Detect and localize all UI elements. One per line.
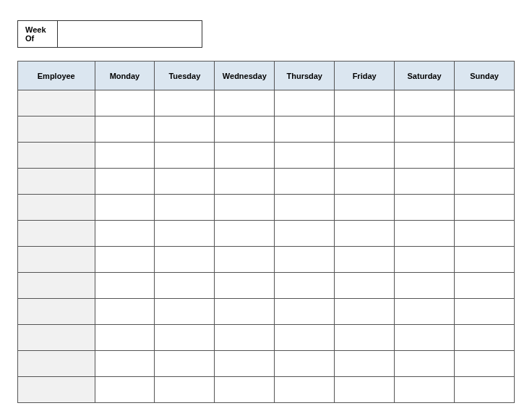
day-cell[interactable] [215,143,275,169]
day-cell[interactable] [215,221,275,247]
day-cell[interactable] [95,247,155,273]
day-cell[interactable] [275,273,335,299]
day-cell[interactable] [275,377,335,403]
employee-cell[interactable] [18,273,95,299]
day-cell[interactable] [275,351,335,377]
day-cell[interactable] [155,195,215,221]
day-cell[interactable] [335,299,395,325]
day-cell[interactable] [335,169,395,195]
day-cell[interactable] [95,325,155,351]
week-of-label: Week Of [17,20,58,48]
day-cell[interactable] [95,377,155,403]
day-cell[interactable] [335,273,395,299]
employee-cell[interactable] [18,247,95,273]
day-cell[interactable] [95,351,155,377]
header-employee: Employee [18,62,95,90]
day-cell[interactable] [455,143,515,169]
day-cell[interactable] [95,116,155,143]
day-cell[interactable] [215,299,275,325]
employee-cell[interactable] [18,143,95,169]
day-cell[interactable] [395,247,455,273]
day-cell[interactable] [455,195,515,221]
day-cell[interactable] [155,325,215,351]
employee-cell[interactable] [18,221,95,247]
day-cell[interactable] [455,90,515,116]
day-cell[interactable] [215,351,275,377]
day-cell[interactable] [335,377,395,403]
day-cell[interactable] [335,90,395,116]
day-cell[interactable] [335,116,395,143]
day-cell[interactable] [275,90,335,116]
employee-cell[interactable] [18,169,95,195]
day-cell[interactable] [155,90,215,116]
day-cell[interactable] [215,195,275,221]
day-cell[interactable] [155,169,215,195]
day-cell[interactable] [275,143,335,169]
day-cell[interactable] [155,299,215,325]
day-cell[interactable] [155,273,215,299]
day-cell[interactable] [455,169,515,195]
day-cell[interactable] [95,90,155,116]
day-cell[interactable] [455,273,515,299]
day-cell[interactable] [455,221,515,247]
day-cell[interactable] [455,325,515,351]
day-cell[interactable] [455,351,515,377]
day-cell[interactable] [275,116,335,143]
employee-cell[interactable] [18,116,95,143]
day-cell[interactable] [215,90,275,116]
day-cell[interactable] [335,247,395,273]
day-cell[interactable] [155,143,215,169]
day-cell[interactable] [215,273,275,299]
table-row [18,351,515,377]
day-cell[interactable] [395,169,455,195]
day-cell[interactable] [395,143,455,169]
day-cell[interactable] [155,247,215,273]
employee-cell[interactable] [18,351,95,377]
day-cell[interactable] [275,169,335,195]
day-cell[interactable] [335,143,395,169]
day-cell[interactable] [275,221,335,247]
day-cell[interactable] [155,116,215,143]
day-cell[interactable] [455,377,515,403]
week-of-input[interactable] [58,20,202,48]
day-cell[interactable] [395,299,455,325]
day-cell[interactable] [395,351,455,377]
employee-cell[interactable] [18,90,95,116]
day-cell[interactable] [395,90,455,116]
day-cell[interactable] [155,351,215,377]
day-cell[interactable] [155,221,215,247]
day-cell[interactable] [335,325,395,351]
day-cell[interactable] [215,116,275,143]
day-cell[interactable] [95,221,155,247]
day-cell[interactable] [155,377,215,403]
day-cell[interactable] [215,377,275,403]
day-cell[interactable] [335,195,395,221]
day-cell[interactable] [95,143,155,169]
day-cell[interactable] [95,299,155,325]
day-cell[interactable] [395,377,455,403]
employee-cell[interactable] [18,299,95,325]
day-cell[interactable] [395,273,455,299]
day-cell[interactable] [275,325,335,351]
day-cell[interactable] [95,273,155,299]
day-cell[interactable] [95,195,155,221]
day-cell[interactable] [395,221,455,247]
day-cell[interactable] [455,299,515,325]
day-cell[interactable] [215,169,275,195]
day-cell[interactable] [275,299,335,325]
day-cell[interactable] [335,221,395,247]
day-cell[interactable] [95,169,155,195]
employee-cell[interactable] [18,325,95,351]
day-cell[interactable] [275,247,335,273]
employee-cell[interactable] [18,377,95,403]
employee-cell[interactable] [18,195,95,221]
day-cell[interactable] [215,325,275,351]
day-cell[interactable] [455,116,515,143]
day-cell[interactable] [455,247,515,273]
day-cell[interactable] [335,351,395,377]
day-cell[interactable] [215,247,275,273]
day-cell[interactable] [395,116,455,143]
day-cell[interactable] [395,195,455,221]
day-cell[interactable] [275,195,335,221]
day-cell[interactable] [395,325,455,351]
